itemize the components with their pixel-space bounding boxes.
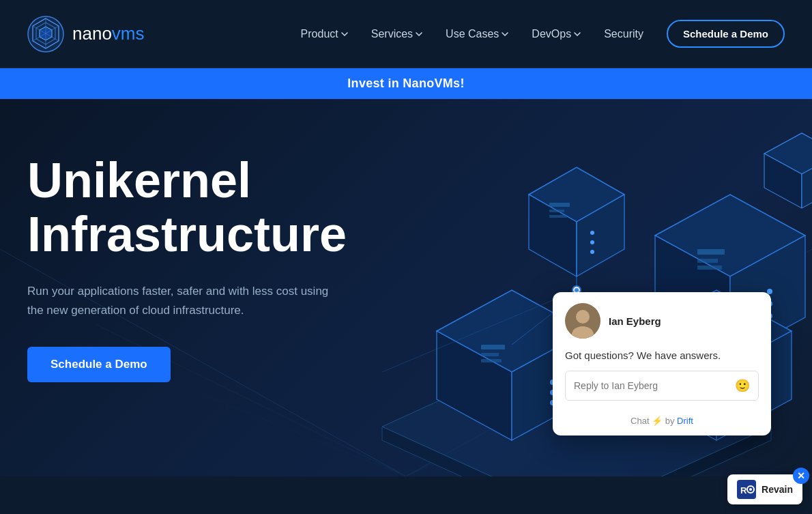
chat-widget: Ian Eyberg Got questions? We have answer…	[553, 292, 771, 436]
nav-item-services[interactable]: Services	[362, 23, 432, 46]
svg-point-22	[590, 231, 594, 235]
chat-footer: Chat ⚡ by Drift	[553, 410, 771, 436]
hero-content: Unikernel Infrastructure Run your applic…	[27, 154, 347, 382]
chat-input-row[interactable]: 🙂	[565, 371, 759, 401]
invest-banner[interactable]: Invest in NanoVMs!	[0, 68, 812, 99]
close-revain-button[interactable]: ✕	[793, 468, 809, 484]
chat-header: Ian Eyberg	[553, 292, 771, 349]
chevron-down-icon	[341, 31, 348, 38]
svg-point-24	[590, 250, 594, 254]
revain-logo-icon: R	[737, 480, 756, 499]
svg-point-61	[576, 310, 590, 324]
nav-item-product[interactable]: Product	[291, 23, 358, 46]
svg-rect-29	[697, 259, 718, 263]
brand-name: nanovms	[72, 23, 145, 44]
svg-rect-21	[549, 215, 567, 218]
logo-link[interactable]: nanovms	[27, 16, 145, 53]
svg-text:R: R	[740, 485, 747, 496]
svg-rect-28	[697, 249, 725, 255]
svg-point-23	[590, 240, 594, 244]
revain-label: Revain	[762, 484, 793, 495]
navbar: nanovms Product Services Use Cases DevOp…	[0, 0, 812, 68]
revain-badge[interactable]: ✕ R Revain	[727, 474, 802, 504]
logo-icon	[27, 16, 64, 53]
nav-links: Product Services Use Cases DevOps Securi…	[291, 20, 785, 48]
hero-section: Unikernel Infrastructure Run your applic…	[0, 99, 812, 476]
nav-item-use-cases[interactable]: Use Cases	[436, 23, 518, 46]
drift-link[interactable]: Drift	[677, 416, 693, 426]
chevron-down-icon	[416, 31, 422, 38]
hero-title: Unikernel Infrastructure	[27, 154, 347, 261]
svg-rect-37	[481, 345, 505, 349]
hero-subtitle: Run your applications faster, safer and …	[27, 282, 334, 319]
emoji-icon[interactable]: 🙂	[735, 378, 750, 393]
nav-item-security[interactable]: Security	[594, 23, 653, 46]
chat-agent-name: Ian Eyberg	[609, 315, 661, 327]
schedule-demo-nav-button[interactable]: Schedule a Demo	[667, 20, 785, 48]
svg-rect-20	[549, 210, 564, 212]
svg-point-66	[749, 488, 752, 491]
schedule-demo-hero-button[interactable]: Schedule a Demo	[27, 347, 171, 382]
chevron-down-icon	[502, 31, 508, 38]
svg-rect-39	[481, 359, 502, 362]
chevron-down-icon	[574, 31, 581, 38]
svg-rect-30	[697, 266, 722, 270]
svg-rect-19	[549, 203, 570, 207]
avatar	[565, 303, 600, 339]
svg-rect-38	[481, 353, 499, 356]
nav-item-devops[interactable]: DevOps	[522, 23, 590, 46]
chat-question: Got questions? We have answers.	[553, 349, 771, 371]
chat-input[interactable]	[574, 380, 729, 391]
